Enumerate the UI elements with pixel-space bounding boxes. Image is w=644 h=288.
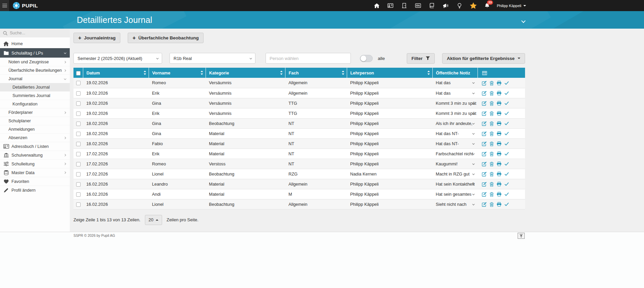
print-entry-button[interactable] xyxy=(497,81,501,85)
sort-icon[interactable] xyxy=(144,71,146,75)
sidebar-item-anmeldungen[interactable]: Anmeldungen xyxy=(0,125,70,133)
print-entry-button[interactable] xyxy=(497,192,501,196)
sidebar-item-absenzen[interactable]: Absenzen xyxy=(0,133,70,142)
print-entry-button[interactable] xyxy=(497,121,501,126)
delete-entry-button[interactable] xyxy=(490,131,494,136)
cell-notiz-dropdown[interactable]: Hat das xyxy=(432,78,478,88)
delete-entry-button[interactable] xyxy=(490,152,494,156)
edit-entry-button[interactable] xyxy=(482,101,487,106)
sidebar-item-profil-aendern[interactable]: Profil ändern xyxy=(0,186,70,194)
user-menu[interactable]: Philipp Käppeli xyxy=(497,4,526,8)
sidebar-item-detailliertes-journal[interactable]: Detailliertes Journal xyxy=(0,83,70,91)
row-checkbox[interactable] xyxy=(76,202,81,207)
confirm-entry-button[interactable] xyxy=(504,162,509,166)
confirm-entry-button[interactable] xyxy=(504,132,509,135)
row-checkbox[interactable] xyxy=(76,111,81,116)
edit-entry-button[interactable] xyxy=(482,162,487,166)
delete-entry-button[interactable] xyxy=(490,121,494,126)
lightbulb-icon[interactable] xyxy=(453,0,466,11)
delete-entry-button[interactable] xyxy=(490,162,494,166)
address-card-icon[interactable] xyxy=(384,0,397,11)
column-header-lehrperson[interactable]: Lehrperson xyxy=(347,68,432,78)
person-select-input[interactable] xyxy=(266,53,351,64)
edit-entry-button[interactable] xyxy=(482,182,487,187)
semester-select[interactable]: Semester 2 (2025-2026) (Aktuell) xyxy=(73,53,162,64)
row-checkbox[interactable] xyxy=(76,192,81,197)
hamburger-menu-button[interactable] xyxy=(0,0,9,11)
print-entry-button[interactable] xyxy=(497,131,501,136)
cell-notiz-dropdown[interactable]: Farbschachtel nicht xyxy=(432,149,478,159)
cell-notiz-dropdown[interactable]: Hat das NT- xyxy=(432,138,478,149)
row-checkbox[interactable] xyxy=(76,101,81,106)
row-checkbox[interactable] xyxy=(76,162,81,166)
edit-entry-button[interactable] xyxy=(482,91,487,96)
sidebar-item-journal[interactable]: Journal xyxy=(0,74,70,83)
header-collapse-button[interactable] xyxy=(522,18,525,24)
door-icon[interactable] xyxy=(397,0,411,11)
edit-entry-button[interactable] xyxy=(482,81,487,86)
sort-icon[interactable] xyxy=(280,71,283,75)
select-all-checkbox[interactable] xyxy=(76,71,81,75)
confirm-entry-button[interactable] xyxy=(504,111,509,115)
delete-entry-button[interactable] xyxy=(490,91,494,96)
cell-notiz-dropdown[interactable]: Kaugummi! xyxy=(432,159,478,169)
row-checkbox[interactable] xyxy=(76,182,81,187)
search-input[interactable] xyxy=(10,31,67,35)
print-entry-button[interactable] xyxy=(497,162,501,166)
edit-entry-button[interactable] xyxy=(482,172,487,177)
sidebar-item-schulalltag[interactable]: Schulalltag / LPs xyxy=(0,48,70,58)
cell-notiz-dropdown[interactable]: Hat das xyxy=(432,88,478,98)
megaphone-icon[interactable] xyxy=(439,0,453,11)
edit-entry-button[interactable] xyxy=(482,202,487,207)
confirm-entry-button[interactable] xyxy=(504,182,509,186)
cell-notiz-dropdown[interactable]: Hat das NT- xyxy=(432,128,478,138)
print-entry-button[interactable] xyxy=(497,91,501,95)
sort-icon[interactable] xyxy=(427,71,430,75)
edit-entry-button[interactable] xyxy=(482,121,487,126)
filtered-results-action-button[interactable]: Aktion für gefilterte Ergebnisse xyxy=(442,53,525,64)
class-select[interactable]: R1b Real xyxy=(170,53,255,64)
cell-notiz-dropdown[interactable]: Sieht nicht nach xyxy=(432,199,478,209)
row-checkbox[interactable] xyxy=(76,142,81,146)
brand-logo[interactable]: PUPIL xyxy=(12,2,38,9)
columns-toggle-icon[interactable] xyxy=(482,71,487,75)
confirm-entry-button[interactable] xyxy=(504,202,509,206)
cell-notiz-dropdown[interactable]: Macht in RZG gut xyxy=(432,169,478,179)
home-icon[interactable] xyxy=(370,0,384,11)
sidebar-item-konfiguration[interactable]: Konfiguration xyxy=(0,100,70,108)
cell-notiz-dropdown[interactable]: Als ich ihr andeute, xyxy=(432,118,478,128)
edit-entry-button[interactable] xyxy=(482,192,487,197)
delete-entry-button[interactable] xyxy=(490,141,494,146)
delete-entry-button[interactable] xyxy=(490,81,494,86)
scroll-to-top-button[interactable] xyxy=(518,233,525,239)
sidebar-item-foerderplaner[interactable]: Förderplaner xyxy=(0,108,70,117)
confirm-entry-button[interactable] xyxy=(504,152,509,156)
cell-notiz-dropdown[interactable]: Hat sein Kontaktheft xyxy=(432,179,478,189)
sidebar-item-schulverwaltung[interactable]: Schulverwaltung xyxy=(0,151,70,159)
print-entry-button[interactable] xyxy=(497,111,501,116)
print-entry-button[interactable] xyxy=(497,152,501,156)
sidebar-item-schulleitung[interactable]: Schulleitung xyxy=(0,159,70,168)
print-entry-button[interactable] xyxy=(497,172,501,176)
column-header-kategorie[interactable]: Kategorie xyxy=(206,68,285,78)
delete-entry-button[interactable] xyxy=(490,192,494,197)
sort-icon[interactable] xyxy=(342,71,344,75)
sidebar-item-ueberfachliche-beurteilungen[interactable]: Überfachliche Beurteilungen xyxy=(0,66,70,74)
page-size-select[interactable]: 20 xyxy=(145,215,162,225)
edit-entry-button[interactable] xyxy=(482,111,487,116)
column-header-offentliche-notiz[interactable]: Öffentliche Notiz xyxy=(432,68,478,78)
star-icon[interactable] xyxy=(466,0,480,11)
confirm-entry-button[interactable] xyxy=(504,172,509,176)
sidebar-item-adressbuch[interactable]: Adressbuch / Listen xyxy=(0,142,70,151)
sidebar-item-noten-und-zeugnisse[interactable]: Noten und Zeugnisse xyxy=(0,58,70,66)
sort-icon[interactable] xyxy=(201,71,203,75)
print-entry-button[interactable] xyxy=(497,101,501,105)
sidebar-item-favoriten[interactable]: Favoriten xyxy=(0,177,70,186)
delete-entry-button[interactable] xyxy=(490,111,494,116)
delete-entry-button[interactable] xyxy=(490,101,494,106)
sidebar-item-summiertes-journal[interactable]: Summiertes Journal xyxy=(0,91,70,100)
cell-notiz-dropdown[interactable]: Hat sein gesamtes xyxy=(432,189,478,199)
confirm-entry-button[interactable] xyxy=(504,142,509,146)
row-checkbox[interactable] xyxy=(76,152,81,156)
cell-notiz-dropdown[interactable]: Kommt 3 min zu spät xyxy=(432,108,478,118)
